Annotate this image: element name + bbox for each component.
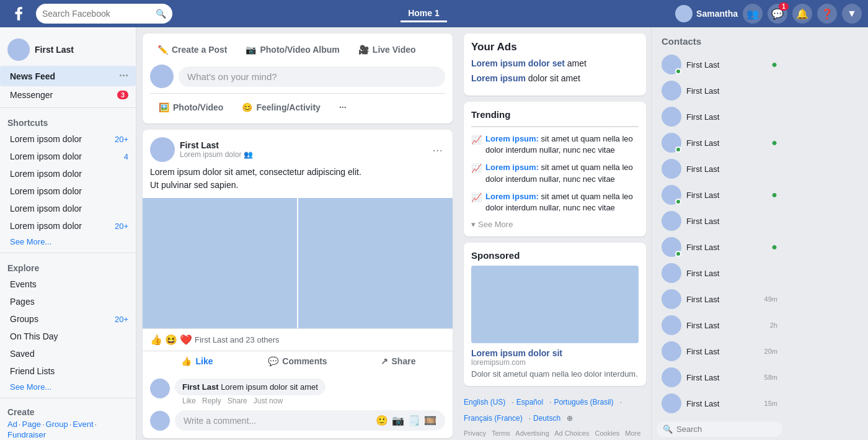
post-more-button[interactable]: ··· xyxy=(430,140,445,159)
contact-item-4[interactable]: First Last xyxy=(657,156,782,182)
contact-item-3[interactable]: First Last ● xyxy=(657,130,782,156)
footer-adchoices-link[interactable]: Ad Choices xyxy=(554,429,589,437)
gif-icon[interactable]: 🎞️ xyxy=(424,415,436,426)
sidebar-shortcut-3[interactable]: Lorem ipsom dolor xyxy=(0,182,136,200)
post-image-right[interactable] xyxy=(298,198,453,328)
contact-item-13[interactable]: First Last 15m xyxy=(657,390,782,416)
comment-share-action[interactable]: Share xyxy=(228,397,247,405)
create-group-link[interactable]: Group xyxy=(46,420,68,429)
photo-video-album-button[interactable]: 📷 Photo/Video Album xyxy=(238,41,347,58)
sidebar-item-groups[interactable]: Groups 20+ xyxy=(0,310,136,328)
camera-icon[interactable]: 📷 xyxy=(392,415,404,426)
comment-reply-action[interactable]: Reply xyxy=(202,397,221,405)
share-button[interactable]: ↗ Share xyxy=(348,352,448,370)
sidebar-shortcut-1[interactable]: Lorem ipsom dolor 4 xyxy=(0,148,136,165)
footer-privacy-link[interactable]: Privacy xyxy=(464,429,486,437)
sidebar-item-onthisday[interactable]: On This Day xyxy=(0,328,136,345)
post-more-action[interactable]: ··· xyxy=(330,99,355,116)
contact-item-0[interactable]: First Last ● xyxy=(657,52,782,78)
lang-espanol[interactable]: Español xyxy=(516,396,543,410)
create-page-link[interactable]: Page xyxy=(22,420,41,429)
post-feeling-action[interactable]: 😊 Feeling/Activity xyxy=(233,99,329,116)
sidebar-item-pages[interactable]: Pages xyxy=(0,293,136,310)
like-button[interactable]: 👍 Like xyxy=(148,352,247,370)
newsfeed-more-icon[interactable]: ··· xyxy=(119,70,128,83)
sidebar-shortcut-5[interactable]: Lorem ipsom dolor 20+ xyxy=(0,217,136,235)
comment-like-action[interactable]: Like xyxy=(182,397,196,405)
contacts-search-bar[interactable]: 🔍 xyxy=(657,421,782,437)
nav-profile[interactable]: Samantha xyxy=(675,5,738,22)
create-ad-link[interactable]: Ad xyxy=(7,420,17,429)
sidebar-item-newsfeed[interactable]: News Feed ··· xyxy=(0,66,136,86)
emoji-icon[interactable]: 🙂 xyxy=(376,415,388,426)
contact-item-10[interactable]: First Last 2h xyxy=(657,312,782,338)
live-video-button[interactable]: 🎥 Live Video xyxy=(351,41,423,58)
lang-francais[interactable]: Français (France) xyxy=(464,412,523,426)
explore-see-more[interactable]: See More... xyxy=(0,380,136,394)
create-event-link[interactable]: Event xyxy=(73,420,93,429)
trending-see-more[interactable]: ▾ See More xyxy=(471,220,639,229)
lang-deutsch[interactable]: Deutsch xyxy=(533,412,560,426)
sticker-icon[interactable]: 🗒️ xyxy=(408,415,420,426)
search-input[interactable] xyxy=(42,9,156,19)
notifications-button[interactable]: 🔔 xyxy=(792,4,812,24)
sidebar-shortcut-2[interactable]: Lorem ipsom dolor xyxy=(0,165,136,182)
video-icon: 🎥 xyxy=(358,45,369,55)
lang-add-button[interactable]: ⊕ xyxy=(567,412,573,426)
help-button[interactable]: ❓ xyxy=(817,4,837,24)
footer-advertising-link[interactable]: Advertising xyxy=(515,429,549,437)
ad-link-2[interactable]: Lorem ipsum xyxy=(471,73,526,83)
love-reaction-icon: ❤️ xyxy=(180,334,192,346)
trending-bold-2[interactable]: Lorem ipsum: xyxy=(485,192,539,201)
sponsored-image[interactable] xyxy=(471,266,639,343)
facebook-logo[interactable] xyxy=(6,1,31,26)
create-fundraiser-link[interactable]: Fundraiser xyxy=(7,430,46,439)
contact-name-6: First Last xyxy=(686,217,719,226)
sidebar-item-events[interactable]: Events xyxy=(0,276,136,293)
footer-terms-link[interactable]: Terms xyxy=(492,429,510,437)
lang-english[interactable]: English (US) xyxy=(464,396,505,410)
find-friends-button[interactable]: 👥 xyxy=(743,4,763,24)
post-photo-video-action[interactable]: 🖼️ Photo/Video xyxy=(150,99,232,116)
nav-dropdown-button[interactable]: ▼ xyxy=(842,4,862,24)
sidebar-item-friendlists[interactable]: Friend Lists xyxy=(0,362,136,380)
contact-item-6[interactable]: First Last xyxy=(657,208,782,234)
sidebar-item-saved[interactable]: Saved xyxy=(0,345,136,362)
comment-text: Lorem ipsum dolor sit amet xyxy=(221,382,318,392)
trending-bold-0[interactable]: Lorem ipsum: xyxy=(485,134,539,143)
shortcuts-see-more[interactable]: See More... xyxy=(0,235,136,249)
contact-item-12[interactable]: First Last 58m xyxy=(657,364,782,390)
contacts-search-input[interactable] xyxy=(676,424,776,434)
contact-item-8[interactable]: First Last xyxy=(657,260,782,286)
sidebar-item-messenger[interactable]: Messenger 3 xyxy=(0,86,136,104)
contact-name-2: First Last xyxy=(686,112,719,122)
sidebar-shortcut-0[interactable]: Lorem ipsom dolor 20+ xyxy=(0,130,136,148)
create-post-button[interactable]: ✏️ Create a Post xyxy=(150,41,234,58)
contact-time-13: 15m xyxy=(764,400,777,407)
post-author-avatar xyxy=(150,137,175,162)
post-author-name[interactable]: First Last xyxy=(180,140,253,150)
contact-item-7[interactable]: First Last ● xyxy=(657,234,782,260)
reaction-count[interactable]: First Last and 23 others xyxy=(195,335,280,344)
ad-link-1[interactable]: Lorem ipsum dolor set xyxy=(471,58,565,68)
contact-item-1[interactable]: First Last xyxy=(657,78,782,104)
contact-item-9[interactable]: First Last 49m xyxy=(657,286,782,312)
footer-cookies-link[interactable]: Cookies xyxy=(595,429,620,437)
messenger-button[interactable]: 💬 1 xyxy=(768,4,787,24)
sidebar-profile[interactable]: First Last xyxy=(0,34,136,66)
lang-portugues[interactable]: Português (Brasil) xyxy=(554,396,613,410)
comment-input-row: Write a comment... 🙂 📷 🗒️ 🎞️ xyxy=(150,410,445,431)
post-whats-on-mind[interactable]: What's on your mind? xyxy=(179,66,445,87)
search-bar[interactable]: 🔍 xyxy=(36,4,172,24)
trending-bold-1[interactable]: Lorem ipsum: xyxy=(485,163,539,172)
contact-item-2[interactable]: First Last xyxy=(657,104,782,130)
sidebar-shortcut-4[interactable]: Lorem ipsom dolor xyxy=(0,200,136,217)
contact-item-5[interactable]: First Last ● xyxy=(657,182,782,208)
sponsored-link[interactable]: Lorem ipsum dolor sit xyxy=(471,348,639,358)
comment-input[interactable]: Write a comment... 🙂 📷 🗒️ 🎞️ xyxy=(175,410,445,431)
comments-button[interactable]: 💬 Comments xyxy=(248,352,347,370)
home-button[interactable]: Home 1 xyxy=(401,6,447,22)
footer-more-link[interactable]: More xyxy=(625,429,640,437)
post-image-left[interactable] xyxy=(143,198,297,328)
contact-item-11[interactable]: First Last 20m xyxy=(657,338,782,364)
